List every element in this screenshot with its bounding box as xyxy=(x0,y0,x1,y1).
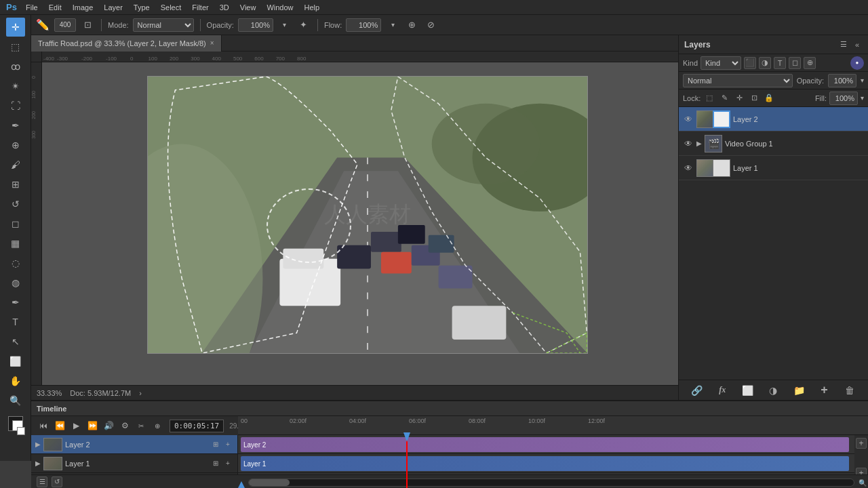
layer-fx-icon[interactable]: fx xyxy=(715,383,730,398)
tl-skip-start-btn[interactable]: ⏮ xyxy=(37,419,50,432)
delete-layer-icon[interactable]: 🗑 xyxy=(842,383,857,398)
type-tool[interactable]: T xyxy=(6,312,25,331)
tl-trim-btn[interactable]: ✂ xyxy=(134,419,148,432)
canvas-area[interactable]: -400 -300 -200 -100 0 100 200 300 400 50… xyxy=(31,52,678,400)
tl-step-forward-btn[interactable]: ⏩ xyxy=(85,419,99,432)
shape-tool[interactable]: ⬜ xyxy=(6,352,25,371)
link-layers-icon[interactable]: 🔗 xyxy=(690,383,705,398)
brush-options-icon[interactable]: ⊡ xyxy=(80,18,95,33)
lock-artboard-icon[interactable]: ⊡ xyxy=(748,92,760,104)
menu-image[interactable]: Image xyxy=(67,2,99,13)
airbrush-icon[interactable]: ✦ xyxy=(296,18,311,33)
document-tab[interactable]: Traffic Road.psd @ 33.3% (Layer 2, Layer… xyxy=(31,35,222,52)
new-adjustment-icon[interactable]: ◑ xyxy=(766,383,781,398)
playhead[interactable] xyxy=(406,435,408,488)
tab-close-button[interactable]: × xyxy=(210,39,214,47)
flow-arrow[interactable]: ▾ xyxy=(385,18,400,33)
menu-type[interactable]: Type xyxy=(128,2,155,13)
track2-expand[interactable]: ▶ xyxy=(35,441,41,448)
opacity-arrow[interactable]: ▾ xyxy=(277,18,292,33)
canvas-image[interactable]: 人人素材 xyxy=(147,76,588,354)
track2-add-icon[interactable]: + xyxy=(222,439,233,450)
status-expand[interactable]: › xyxy=(139,389,142,397)
videogroup1-visibility-toggle[interactable]: 👁 xyxy=(683,138,694,149)
new-group-icon[interactable]: 📁 xyxy=(791,383,806,398)
filter-toggle[interactable]: ● xyxy=(850,56,864,70)
path-select-tool[interactable]: ↖ xyxy=(6,332,25,351)
pen-tool[interactable]: ✒ xyxy=(6,293,25,312)
menu-3d[interactable]: 3D xyxy=(214,2,235,13)
panel-menu-icon[interactable]: ☰ xyxy=(838,39,849,50)
menu-file[interactable]: File xyxy=(20,2,43,13)
fill-dropdown-arrow[interactable]: ▾ xyxy=(861,94,864,102)
history-tool[interactable]: ↺ xyxy=(6,195,25,214)
tl-play-btn[interactable]: ▶ xyxy=(69,419,83,432)
blend-mode-select[interactable]: Normal xyxy=(683,74,793,87)
add-track1-btn[interactable]: + xyxy=(856,438,867,449)
smoothing-icon[interactable]: ⊕ xyxy=(404,18,419,33)
timeline-convert-icon[interactable]: ☰ xyxy=(37,476,47,487)
tl-step-back-btn[interactable]: ⏪ xyxy=(53,419,66,432)
move-tool[interactable]: ✛ xyxy=(6,18,25,37)
track1-expand[interactable]: ▶ xyxy=(35,460,41,467)
track1-settings-icon[interactable]: ⊞ xyxy=(210,458,221,469)
menu-layer[interactable]: Layer xyxy=(98,2,128,13)
layer-item-layer2[interactable]: 👁 Layer 2 xyxy=(679,107,868,131)
wand-tool[interactable]: ✴ xyxy=(6,77,25,96)
blur-tool[interactable]: ◌ xyxy=(6,253,25,272)
tl-split-btn[interactable]: ⊕ xyxy=(151,419,164,432)
track1-add-icon[interactable]: + xyxy=(222,458,233,469)
spot-heal-tool[interactable]: ⊕ xyxy=(6,136,25,155)
lock-transparent-icon[interactable]: ⬚ xyxy=(703,92,715,104)
panel-collapse-icon[interactable]: « xyxy=(852,39,863,50)
timeline-loop-icon[interactable]: ↺ xyxy=(52,476,62,487)
gradient-tool[interactable]: ▦ xyxy=(6,234,25,253)
brush-tool[interactable]: 🖌 xyxy=(6,155,25,174)
lock-pixels-icon[interactable]: ✎ xyxy=(718,92,730,104)
canvas-content[interactable]: 人人素材 xyxy=(42,62,678,400)
track1-clip[interactable]: Layer 1 xyxy=(241,456,849,471)
opacity-value[interactable] xyxy=(828,74,856,87)
layer-item-videogroup1[interactable]: 👁 ▶ 🎬 Video Group 1 xyxy=(679,131,868,156)
eraser-tool[interactable]: ◻ xyxy=(6,214,25,233)
layer-item-layer1[interactable]: 👁 Layer 1 xyxy=(679,156,868,180)
menu-edit[interactable]: Edit xyxy=(43,2,67,13)
dodge-tool[interactable]: ◍ xyxy=(6,273,25,292)
lock-all-icon[interactable]: 🔒 xyxy=(763,92,775,104)
fill-value[interactable] xyxy=(829,92,858,105)
opacity-dropdown-arrow[interactable]: ▾ xyxy=(861,77,864,84)
swap-colors-icon[interactable] xyxy=(17,427,25,435)
lasso-tool[interactable]: ꝏ xyxy=(6,57,25,76)
new-layer-icon[interactable]: + xyxy=(817,383,832,398)
timeline-scrollbar[interactable] xyxy=(248,479,854,487)
flow-input[interactable] xyxy=(346,18,381,32)
selection-tool[interactable]: ⬚ xyxy=(6,37,25,56)
extra-options-icon[interactable]: ⊘ xyxy=(423,18,438,33)
layer2-visibility-toggle[interactable]: 👁 xyxy=(683,114,694,125)
track2-clip[interactable]: Layer 2 xyxy=(241,437,849,452)
track-label-layer2[interactable]: ▶ Layer 2 ⊞ + xyxy=(31,435,237,454)
menu-help[interactable]: Help xyxy=(299,2,326,13)
lock-position-icon[interactable]: ✛ xyxy=(733,92,745,104)
crop-tool[interactable]: ⛶ xyxy=(6,96,25,115)
menu-window[interactable]: Window xyxy=(261,2,298,13)
menu-filter[interactable]: Filter xyxy=(186,2,214,13)
tl-settings-btn[interactable]: ⚙ xyxy=(118,419,132,432)
timeline-zoom-out-icon[interactable]: 🔍 xyxy=(859,479,867,487)
track-label-layer1[interactable]: ▶ Layer 1 ⊞ + xyxy=(31,454,237,473)
eyedropper-tool[interactable]: ✒ xyxy=(6,116,25,135)
opacity-input[interactable] xyxy=(238,18,273,32)
hand-tool[interactable]: ✋ xyxy=(6,371,25,390)
menu-view[interactable]: View xyxy=(235,2,262,13)
zoom-tool[interactable]: 🔍 xyxy=(6,391,25,410)
filter-pixel-icon[interactable]: ⬛ xyxy=(744,57,756,69)
tl-audio-btn[interactable]: 🔊 xyxy=(102,419,115,432)
add-mask-icon[interactable]: ⬜ xyxy=(741,383,755,398)
filter-adjust-icon[interactable]: ◑ xyxy=(759,57,771,69)
filter-type-icon[interactable]: T xyxy=(774,57,786,69)
mode-select[interactable]: Normal xyxy=(133,18,194,32)
filter-smart-icon[interactable]: ⊕ xyxy=(804,57,816,69)
layer1-visibility-toggle[interactable]: 👁 xyxy=(683,163,694,174)
filter-shape-icon[interactable]: ◻ xyxy=(789,57,801,69)
menu-select[interactable]: Select xyxy=(155,2,187,13)
